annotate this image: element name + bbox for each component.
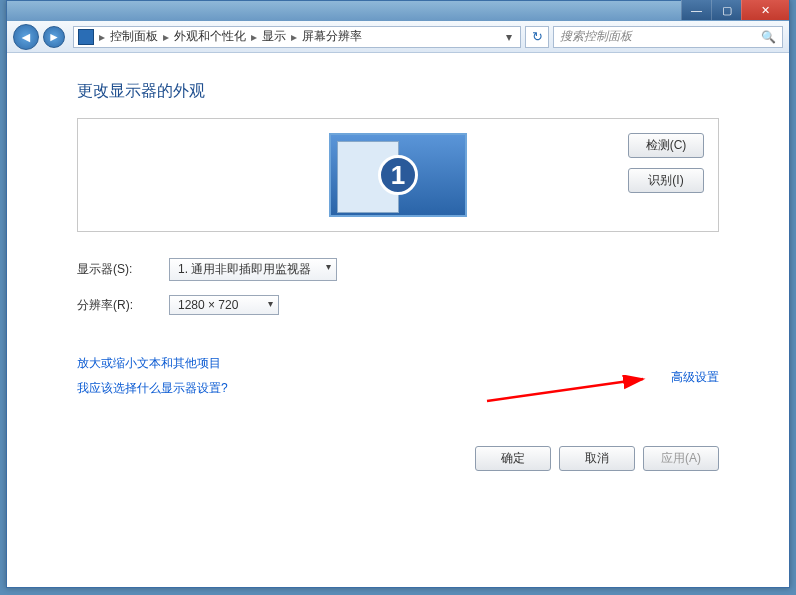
window-frame: — ▢ ✕ ◄ ► ▸ 控制面板 ▸ 外观和个性化 ▸ 显示 ▸ 屏幕分辨率 ▾… (6, 0, 790, 588)
breadcrumb-item[interactable]: 控制面板 (110, 28, 158, 45)
chevron-right-icon: ▸ (288, 30, 300, 44)
monitor-thumbnail[interactable]: 1 (329, 133, 467, 217)
monitor-number-badge: 1 (378, 155, 418, 195)
display-row: 显示器(S): 1. 通用非即插即用监视器 (77, 258, 719, 281)
help-links: 放大或缩小文本和其他项目 我应该选择什么显示器设置? (77, 351, 719, 401)
search-placeholder: 搜索控制面板 (560, 28, 632, 45)
chevron-right-icon: ▸ (248, 30, 260, 44)
back-button[interactable]: ◄ (13, 24, 39, 50)
display-preview-box: 1 检测(C) 识别(I) (77, 118, 719, 232)
titlebar[interactable]: — ▢ ✕ (7, 1, 789, 21)
text-size-link[interactable]: 放大或缩小文本和其他项目 (77, 356, 221, 370)
breadcrumb[interactable]: ▸ 控制面板 ▸ 外观和个性化 ▸ 显示 ▸ 屏幕分辨率 ▾ (73, 26, 521, 48)
content-area: 更改显示器的外观 1 检测(C) 识别(I) 显示器(S): 1. 通用非即插即… (7, 53, 789, 587)
breadcrumb-dropdown-icon[interactable]: ▾ (502, 30, 516, 44)
page-title: 更改显示器的外观 (77, 81, 719, 102)
preview-side-buttons: 检测(C) 识别(I) (628, 133, 704, 193)
minimize-button[interactable]: — (681, 0, 711, 20)
footer-buttons: 确定 取消 应用(A) (475, 446, 719, 471)
cancel-button[interactable]: 取消 (559, 446, 635, 471)
refresh-button[interactable]: ↻ (525, 26, 549, 48)
resolution-dropdown[interactable]: 1280 × 720 (169, 295, 279, 315)
display-label: 显示器(S): (77, 261, 149, 278)
breadcrumb-item[interactable]: 外观和个性化 (174, 28, 246, 45)
close-button[interactable]: ✕ (741, 0, 789, 20)
identify-button[interactable]: 识别(I) (628, 168, 704, 193)
chevron-right-icon: ▸ (160, 30, 172, 44)
resolution-row: 分辨率(R): 1280 × 720 (77, 295, 719, 315)
resolution-label: 分辨率(R): (77, 297, 149, 314)
ok-button[interactable]: 确定 (475, 446, 551, 471)
search-icon: 🔍 (761, 30, 776, 44)
detect-button[interactable]: 检测(C) (628, 133, 704, 158)
forward-button[interactable]: ► (43, 26, 65, 48)
apply-button[interactable]: 应用(A) (643, 446, 719, 471)
control-panel-icon (78, 29, 94, 45)
search-input[interactable]: 搜索控制面板 🔍 (553, 26, 783, 48)
advanced-settings-link[interactable]: 高级设置 (671, 369, 719, 386)
breadcrumb-item[interactable]: 显示 (262, 28, 286, 45)
display-dropdown[interactable]: 1. 通用非即插即用监视器 (169, 258, 337, 281)
chevron-right-icon: ▸ (96, 30, 108, 44)
toolbar: ◄ ► ▸ 控制面板 ▸ 外观和个性化 ▸ 显示 ▸ 屏幕分辨率 ▾ ↻ 搜索控… (7, 21, 789, 53)
maximize-button[interactable]: ▢ (711, 0, 741, 20)
breadcrumb-item[interactable]: 屏幕分辨率 (302, 28, 362, 45)
which-settings-link[interactable]: 我应该选择什么显示器设置? (77, 381, 228, 395)
window-controls: — ▢ ✕ (681, 0, 789, 20)
